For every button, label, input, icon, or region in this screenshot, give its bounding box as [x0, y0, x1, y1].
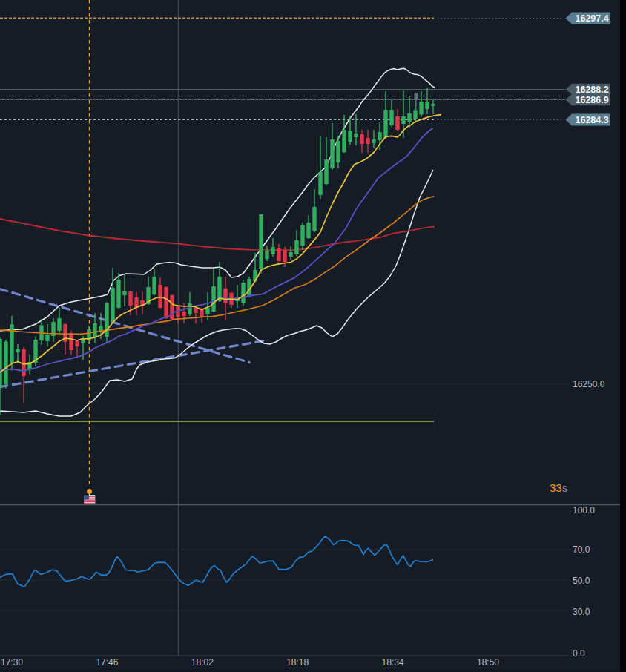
svg-text:0.0: 0.0: [573, 648, 585, 659]
svg-text:70.0: 70.0: [573, 544, 590, 555]
svg-text:16284.3: 16284.3: [576, 115, 609, 125]
svg-text:100.0: 100.0: [573, 505, 595, 515]
svg-text:16297.4: 16297.4: [576, 13, 609, 24]
svg-text:17:30: 17:30: [1, 657, 23, 668]
svg-text:18:18: 18:18: [286, 657, 309, 668]
svg-text:16288.2: 16288.2: [576, 85, 609, 95]
svg-text:16286.9: 16286.9: [576, 95, 609, 105]
svg-text:18:34: 18:34: [382, 657, 404, 668]
svg-text:17:46: 17:46: [96, 657, 118, 668]
svg-text:30.0: 30.0: [573, 607, 590, 617]
svg-text:16250.0: 16250.0: [573, 379, 605, 389]
svg-text:33s: 33s: [550, 481, 567, 494]
svg-text:50.0: 50.0: [573, 576, 590, 586]
svg-text:18:02: 18:02: [191, 657, 214, 668]
svg-text:18:50: 18:50: [477, 657, 499, 668]
